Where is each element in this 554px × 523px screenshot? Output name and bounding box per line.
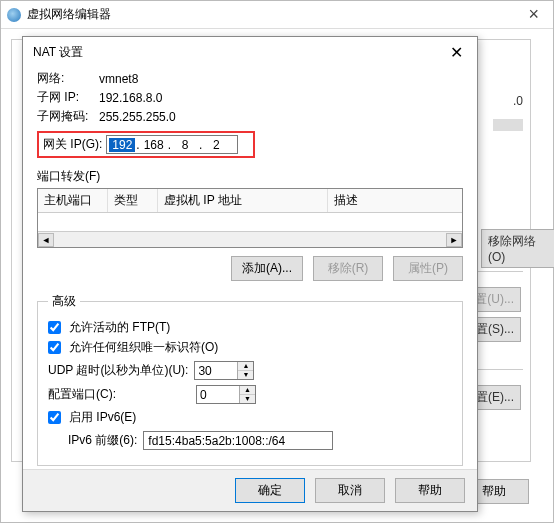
dialog-body: 网络: vmnet8 子网 IP: 192.168.8.0 子网掩码: 255.…: [23, 66, 477, 469]
allow-active-ftp-checkbox[interactable]: [48, 321, 61, 334]
gateway-octet-4[interactable]: 2: [203, 138, 229, 152]
cancel-button[interactable]: 取消: [315, 478, 385, 503]
gateway-octet-2[interactable]: 168: [141, 138, 167, 152]
port-forward-buttons: 添加(A)... 移除(R) 属性(P): [37, 256, 463, 281]
col-type[interactable]: 类型: [108, 189, 158, 212]
bg-divider-1: [473, 271, 523, 272]
gateway-ip-input[interactable]: 192 . 168 . 8 . 2: [106, 135, 238, 154]
scroll-right-icon[interactable]: ►: [446, 233, 462, 247]
ipv6-prefix-label: IPv6 前缀(6):: [68, 432, 137, 449]
properties-button[interactable]: 属性(P): [393, 256, 463, 281]
help-button[interactable]: 帮助: [395, 478, 465, 503]
ok-button[interactable]: 确定: [235, 478, 305, 503]
udp-spinner[interactable]: ▲▼: [237, 362, 253, 379]
cfgport-spinner[interactable]: ▲▼: [239, 386, 255, 403]
config-port-input[interactable]: ▲▼: [196, 385, 256, 404]
network-row: 网络: vmnet8: [37, 70, 463, 87]
add-button[interactable]: 添加(A)...: [231, 256, 303, 281]
horizontal-scrollbar[interactable]: ◄ ►: [38, 231, 462, 247]
parent-titlebar: 虚拟网络编辑器 ×: [1, 1, 553, 29]
enable-ipv6-checkbox[interactable]: [48, 411, 61, 424]
network-label: 网络:: [37, 70, 99, 87]
gateway-octet-1[interactable]: 192: [109, 138, 135, 152]
close-icon[interactable]: ✕: [446, 43, 467, 62]
remove-button[interactable]: 移除(R): [313, 256, 383, 281]
subnet-ip-label: 子网 IP:: [37, 89, 99, 106]
allow-oui-label: 允许任何组织唯一标识符(O): [69, 339, 218, 356]
col-vm-ip[interactable]: 虚拟机 IP 地址: [158, 189, 328, 212]
subnet-mask-value: 255.255.255.0: [99, 110, 176, 124]
parent-close-icon[interactable]: ×: [520, 4, 547, 25]
col-desc[interactable]: 描述: [328, 189, 462, 212]
remove-network-button[interactable]: 移除网络(O): [481, 229, 554, 268]
subnet-ip-value: 192.168.8.0: [99, 91, 162, 105]
subnet-mask-label: 子网掩码:: [37, 108, 99, 125]
app-icon: [7, 8, 21, 22]
config-port-value[interactable]: [197, 386, 239, 403]
bg-partial-bar: [493, 119, 523, 131]
enable-ipv6-label: 启用 IPv6(E): [69, 409, 136, 426]
network-value: vmnet8: [99, 72, 138, 86]
ipv6-prefix-input[interactable]: [143, 431, 333, 450]
config-port-label: 配置端口(C):: [48, 386, 190, 403]
advanced-legend: 高级: [48, 293, 80, 310]
allow-active-ftp-label: 允许活动的 FTP(T): [69, 319, 170, 336]
advanced-group: 高级 允许活动的 FTP(T) 允许任何组织唯一标识符(O) UDP 超时(以秒…: [37, 293, 463, 466]
dialog-titlebar: NAT 设置 ✕: [23, 37, 477, 66]
table-header: 主机端口 类型 虚拟机 IP 地址 描述: [38, 189, 462, 213]
bg-partial-text: .0: [513, 94, 523, 108]
dialog-title: NAT 设置: [33, 44, 83, 61]
port-forward-label: 端口转发(F): [37, 168, 463, 185]
gateway-label: 网关 IP(G):: [41, 136, 102, 153]
nat-settings-dialog: NAT 设置 ✕ 网络: vmnet8 子网 IP: 192.168.8.0 子…: [22, 36, 478, 512]
col-host-port[interactable]: 主机端口: [38, 189, 108, 212]
subnet-ip-row: 子网 IP: 192.168.8.0: [37, 89, 463, 106]
allow-oui-checkbox[interactable]: [48, 341, 61, 354]
gateway-row-highlight: 网关 IP(G): 192 . 168 . 8 . 2: [37, 131, 255, 158]
parent-title: 虚拟网络编辑器: [27, 6, 111, 23]
dialog-footer: 确定 取消 帮助: [23, 469, 477, 511]
subnet-mask-row: 子网掩码: 255.255.255.0: [37, 108, 463, 125]
scroll-left-icon[interactable]: ◄: [38, 233, 54, 247]
gateway-octet-3[interactable]: 8: [172, 138, 198, 152]
udp-timeout-label: UDP 超时(以秒为单位)(U):: [48, 362, 188, 379]
udp-timeout-value[interactable]: [195, 362, 237, 379]
port-forward-table[interactable]: 主机端口 类型 虚拟机 IP 地址 描述 ◄ ►: [37, 188, 463, 248]
udp-timeout-input[interactable]: ▲▼: [194, 361, 254, 380]
bg-divider-2: [473, 369, 523, 370]
